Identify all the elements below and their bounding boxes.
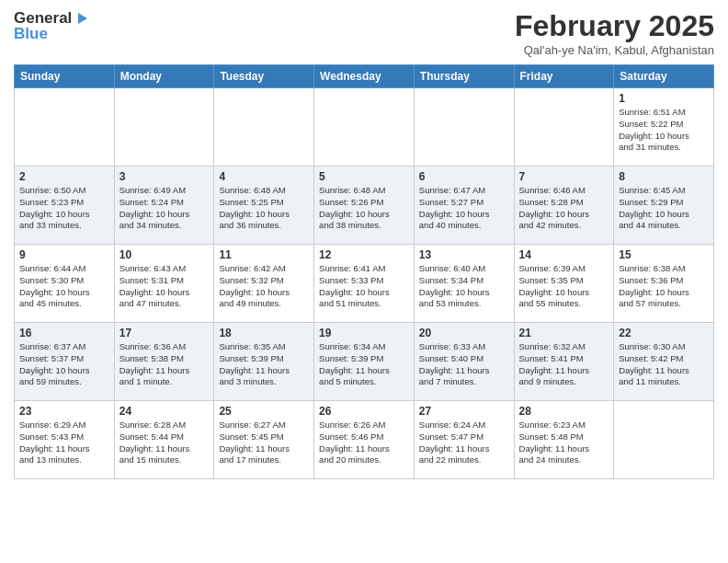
day-info-text: Sunrise: 6:39 AM Sunset: 5:35 PM Dayligh…: [519, 263, 609, 310]
day-number: 21: [519, 327, 609, 339]
table-row: 5Sunrise: 6:48 AM Sunset: 5:26 PM Daylig…: [314, 167, 415, 245]
day-info-text: Sunrise: 6:41 AM Sunset: 5:33 PM Dayligh…: [319, 263, 409, 310]
day-number: 12: [319, 248, 409, 261]
day-info-text: Sunrise: 6:26 AM Sunset: 5:46 PM Dayligh…: [319, 419, 409, 466]
page-header: General Blue February 2025 Qal'ah-ye Na'…: [14, 9, 714, 57]
col-saturday: Saturday: [614, 65, 714, 88]
day-number: 24: [119, 405, 210, 418]
table-row: [114, 88, 214, 167]
day-number: 3: [119, 170, 210, 183]
logo-triangle-icon: [74, 11, 89, 26]
day-info-text: Sunrise: 6:50 AM Sunset: 5:23 PM Dayligh…: [19, 185, 109, 232]
logo: General Blue: [14, 9, 89, 43]
table-row: [214, 88, 314, 167]
day-number: 1: [619, 92, 709, 105]
calendar-week-row: 23Sunrise: 6:29 AM Sunset: 5:43 PM Dayli…: [15, 401, 714, 479]
day-number: 19: [319, 327, 409, 339]
table-row: 21Sunrise: 6:32 AM Sunset: 5:41 PM Dayli…: [514, 323, 614, 401]
day-number: 9: [19, 248, 109, 261]
day-number: 10: [119, 248, 210, 261]
table-row: 27Sunrise: 6:24 AM Sunset: 5:47 PM Dayli…: [414, 401, 514, 479]
day-number: 27: [419, 405, 509, 418]
col-thursday: Thursday: [414, 65, 514, 88]
day-number: 6: [419, 170, 509, 183]
col-sunday: Sunday: [15, 65, 115, 88]
day-info-text: Sunrise: 6:37 AM Sunset: 5:37 PM Dayligh…: [19, 341, 109, 388]
day-info-text: Sunrise: 6:30 AM Sunset: 5:42 PM Dayligh…: [619, 341, 709, 388]
day-number: 20: [419, 327, 509, 339]
day-info-text: Sunrise: 6:36 AM Sunset: 5:38 PM Dayligh…: [119, 341, 210, 388]
table-row: 17Sunrise: 6:36 AM Sunset: 5:38 PM Dayli…: [114, 323, 214, 401]
table-row: 6Sunrise: 6:47 AM Sunset: 5:27 PM Daylig…: [414, 167, 514, 245]
table-row: 4Sunrise: 6:48 AM Sunset: 5:25 PM Daylig…: [214, 167, 314, 245]
col-monday: Monday: [114, 65, 214, 88]
day-number: 7: [519, 170, 609, 183]
day-info-text: Sunrise: 6:46 AM Sunset: 5:28 PM Dayligh…: [519, 185, 609, 232]
title-block: February 2025 Qal'ah-ye Na'im, Kabul, Af…: [515, 9, 714, 57]
day-info-text: Sunrise: 6:27 AM Sunset: 5:45 PM Dayligh…: [219, 419, 309, 466]
calendar-week-row: 1Sunrise: 6:51 AM Sunset: 5:22 PM Daylig…: [15, 88, 714, 167]
day-number: 4: [219, 170, 309, 183]
day-number: 11: [219, 248, 309, 261]
day-info-text: Sunrise: 6:48 AM Sunset: 5:25 PM Dayligh…: [219, 185, 309, 232]
col-friday: Friday: [514, 65, 614, 88]
table-row: 15Sunrise: 6:38 AM Sunset: 5:36 PM Dayli…: [614, 245, 714, 323]
day-number: 28: [519, 405, 609, 418]
table-row: 12Sunrise: 6:41 AM Sunset: 5:33 PM Dayli…: [314, 245, 415, 323]
table-row: 13Sunrise: 6:40 AM Sunset: 5:34 PM Dayli…: [414, 245, 514, 323]
day-info-text: Sunrise: 6:45 AM Sunset: 5:29 PM Dayligh…: [619, 185, 709, 232]
day-number: 2: [19, 170, 109, 183]
table-row: 28Sunrise: 6:23 AM Sunset: 5:48 PM Dayli…: [514, 401, 614, 479]
day-number: 18: [219, 327, 309, 339]
calendar-week-row: 2Sunrise: 6:50 AM Sunset: 5:23 PM Daylig…: [15, 167, 714, 245]
table-row: 23Sunrise: 6:29 AM Sunset: 5:43 PM Dayli…: [15, 401, 115, 479]
day-info-text: Sunrise: 6:42 AM Sunset: 5:32 PM Dayligh…: [219, 263, 309, 310]
day-number: 23: [19, 405, 109, 418]
day-info-text: Sunrise: 6:48 AM Sunset: 5:26 PM Dayligh…: [319, 185, 409, 232]
table-row: [414, 88, 514, 167]
day-info-text: Sunrise: 6:43 AM Sunset: 5:31 PM Dayligh…: [119, 263, 210, 310]
table-row: 16Sunrise: 6:37 AM Sunset: 5:37 PM Dayli…: [15, 323, 115, 401]
day-info-text: Sunrise: 6:40 AM Sunset: 5:34 PM Dayligh…: [419, 263, 509, 310]
day-number: 14: [519, 248, 609, 261]
day-info-text: Sunrise: 6:44 AM Sunset: 5:30 PM Dayligh…: [19, 263, 109, 310]
day-number: 25: [219, 405, 309, 418]
table-row: [15, 88, 115, 167]
table-row: 10Sunrise: 6:43 AM Sunset: 5:31 PM Dayli…: [114, 245, 214, 323]
day-info-text: Sunrise: 6:29 AM Sunset: 5:43 PM Dayligh…: [19, 419, 109, 466]
table-row: 20Sunrise: 6:33 AM Sunset: 5:40 PM Dayli…: [414, 323, 514, 401]
table-row: [514, 88, 614, 167]
location-text: Qal'ah-ye Na'im, Kabul, Afghanistan: [515, 43, 714, 57]
table-row: 14Sunrise: 6:39 AM Sunset: 5:35 PM Dayli…: [514, 245, 614, 323]
logo-blue-text: Blue: [14, 25, 48, 43]
table-row: [614, 401, 714, 479]
calendar-week-row: 9Sunrise: 6:44 AM Sunset: 5:30 PM Daylig…: [15, 245, 714, 323]
day-number: 13: [419, 248, 509, 261]
day-info-text: Sunrise: 6:49 AM Sunset: 5:24 PM Dayligh…: [119, 185, 210, 232]
month-title: February 2025: [515, 9, 714, 43]
day-number: 8: [619, 170, 709, 183]
day-number: 26: [319, 405, 409, 418]
table-row: 1Sunrise: 6:51 AM Sunset: 5:22 PM Daylig…: [614, 88, 714, 167]
table-row: 18Sunrise: 6:35 AM Sunset: 5:39 PM Dayli…: [214, 323, 314, 401]
table-row: 8Sunrise: 6:45 AM Sunset: 5:29 PM Daylig…: [614, 167, 714, 245]
day-number: 16: [19, 327, 109, 339]
day-number: 17: [119, 327, 210, 339]
svg-marker-0: [78, 13, 87, 24]
table-row: 9Sunrise: 6:44 AM Sunset: 5:30 PM Daylig…: [15, 245, 115, 323]
table-row: 2Sunrise: 6:50 AM Sunset: 5:23 PM Daylig…: [15, 167, 115, 245]
calendar-header-row: Sunday Monday Tuesday Wednesday Thursday…: [15, 65, 714, 88]
day-info-text: Sunrise: 6:32 AM Sunset: 5:41 PM Dayligh…: [519, 341, 609, 388]
day-info-text: Sunrise: 6:24 AM Sunset: 5:47 PM Dayligh…: [419, 419, 509, 466]
day-info-text: Sunrise: 6:23 AM Sunset: 5:48 PM Dayligh…: [519, 419, 609, 466]
table-row: 11Sunrise: 6:42 AM Sunset: 5:32 PM Dayli…: [214, 245, 314, 323]
day-info-text: Sunrise: 6:51 AM Sunset: 5:22 PM Dayligh…: [619, 107, 709, 154]
day-info-text: Sunrise: 6:33 AM Sunset: 5:40 PM Dayligh…: [419, 341, 509, 388]
table-row: [314, 88, 415, 167]
day-info-text: Sunrise: 6:47 AM Sunset: 5:27 PM Dayligh…: [419, 185, 509, 232]
table-row: 24Sunrise: 6:28 AM Sunset: 5:44 PM Dayli…: [114, 401, 214, 479]
table-row: 25Sunrise: 6:27 AM Sunset: 5:45 PM Dayli…: [214, 401, 314, 479]
col-wednesday: Wednesday: [314, 65, 415, 88]
day-info-text: Sunrise: 6:38 AM Sunset: 5:36 PM Dayligh…: [619, 263, 709, 310]
day-number: 5: [319, 170, 409, 183]
